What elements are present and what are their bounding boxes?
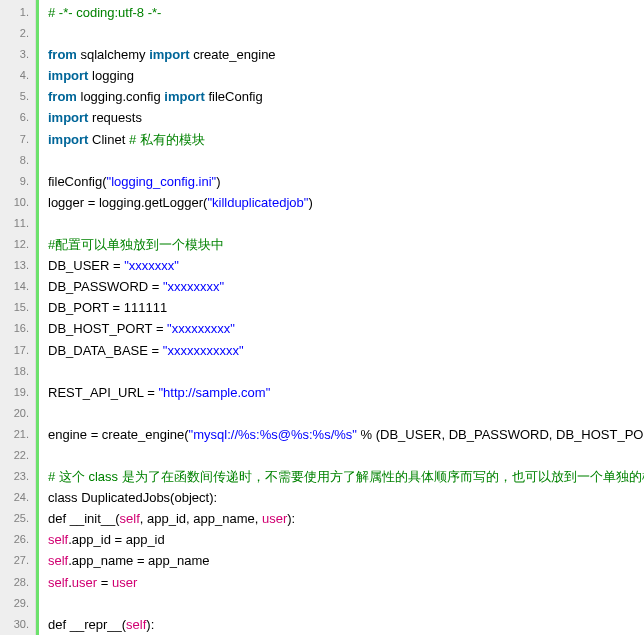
code-line <box>48 213 644 234</box>
code-line: DB_PASSWORD = "xxxxxxxx" <box>48 276 644 297</box>
line-number: 6. <box>0 107 35 128</box>
code-line: DB_PORT = 111111 <box>48 297 644 318</box>
token-str: "xxxxxxx" <box>124 258 179 273</box>
line-number: 4. <box>0 65 35 86</box>
token-id: self <box>48 575 68 590</box>
line-number: 10. <box>0 192 35 213</box>
token-pl: sqlalchemy <box>77 47 149 62</box>
line-number: 22. <box>0 445 35 466</box>
token-pl: % (DB_USER, DB_PASSWORD, DB_HOST_PORT, D… <box>357 427 644 442</box>
line-number: 1. <box>0 2 35 23</box>
code-line: DB_HOST_PORT = "xxxxxxxxx" <box>48 318 644 339</box>
token-pl: logger = logging.getLogger( <box>48 195 207 210</box>
token-id: user <box>72 575 97 590</box>
line-number: 29. <box>0 593 35 614</box>
token-pl: , app_id, app_name, <box>140 511 262 526</box>
line-number: 21. <box>0 424 35 445</box>
line-number: 2. <box>0 23 35 44</box>
token-kw: from <box>48 47 77 62</box>
token-pl: DB_USER = <box>48 258 124 273</box>
code-line <box>48 593 644 614</box>
token-kw: import <box>164 89 204 104</box>
line-number: 7. <box>0 129 35 150</box>
line-number: 13. <box>0 255 35 276</box>
code-line: DB_DATA_BASE = "xxxxxxxxxxx" <box>48 340 644 361</box>
token-kw: import <box>48 132 88 147</box>
code-line: self.user = user <box>48 572 644 593</box>
code-line: def __repr__(self): <box>48 614 644 635</box>
code-line: import Clinet # 私有的模块 <box>48 129 644 150</box>
line-number: 27. <box>0 550 35 571</box>
token-pl: ) <box>216 174 220 189</box>
code-line: import logging <box>48 65 644 86</box>
code-line <box>48 403 644 424</box>
line-number: 14. <box>0 276 35 297</box>
line-number: 8. <box>0 150 35 171</box>
token-pl: REST_API_URL = <box>48 385 158 400</box>
line-number: 15. <box>0 297 35 318</box>
line-number: 17. <box>0 340 35 361</box>
code-line: REST_API_URL = "http://sample.com" <box>48 382 644 403</box>
code-line: def __init__(self, app_id, app_name, use… <box>48 508 644 529</box>
line-number: 16. <box>0 318 35 339</box>
token-pl: def __init__( <box>48 511 120 526</box>
token-pl: ): <box>146 617 154 632</box>
token-id: self <box>120 511 140 526</box>
token-pl: ) <box>308 195 312 210</box>
code-line: DB_USER = "xxxxxxx" <box>48 255 644 276</box>
code-line: fileConfig("logging_config.ini") <box>48 171 644 192</box>
token-str: "mysql://%s:%s@%s:%s/%s" <box>189 427 357 442</box>
token-str: "logging_config.ini" <box>107 174 217 189</box>
token-id: self <box>48 532 68 547</box>
token-pl: ): <box>287 511 295 526</box>
line-number: 11. <box>0 213 35 234</box>
code-line: #配置可以单独放到一个模块中 <box>48 234 644 255</box>
line-number: 12. <box>0 234 35 255</box>
token-cm: # 私有的模块 <box>129 132 205 147</box>
token-pl: fileConfig( <box>48 174 107 189</box>
code-line: import requests <box>48 107 644 128</box>
token-id: user <box>262 511 287 526</box>
token-pl: class DuplicatedJobs(object): <box>48 490 217 505</box>
code-line: self.app_name = app_name <box>48 550 644 571</box>
token-pl: DB_DATA_BASE = <box>48 343 163 358</box>
token-str: "xxxxxxxxxxx" <box>163 343 244 358</box>
token-str: "xxxxxxxx" <box>163 279 224 294</box>
code-line: class DuplicatedJobs(object): <box>48 487 644 508</box>
token-pl: logging.config <box>77 89 164 104</box>
code-line: self.app_id = app_id <box>48 529 644 550</box>
line-number: 28. <box>0 572 35 593</box>
line-number: 5. <box>0 86 35 107</box>
token-pl: .app_id = app_id <box>68 532 165 547</box>
line-number: 25. <box>0 508 35 529</box>
code-line: # 这个 class 是为了在函数间传递时，不需要使用方了解属性的具体顺序而写的… <box>48 466 644 487</box>
token-kw: from <box>48 89 77 104</box>
token-pl: DB_PORT = 111111 <box>48 300 167 315</box>
line-number-gutter: 1.2.3.4.5.6.7.8.9.10.11.12.13.14.15.16.1… <box>0 0 36 635</box>
line-number: 3. <box>0 44 35 65</box>
token-pl: fileConfig <box>205 89 263 104</box>
token-pl: requests <box>88 110 141 125</box>
code-line: from logging.config import fileConfig <box>48 86 644 107</box>
code-line <box>48 23 644 44</box>
token-id: self <box>126 617 146 632</box>
token-pl: DB_PASSWORD = <box>48 279 163 294</box>
code-line: logger = logging.getLogger("killduplicat… <box>48 192 644 213</box>
code-line <box>48 150 644 171</box>
line-number: 30. <box>0 614 35 635</box>
code-line: engine = create_engine("mysql://%s:%s@%s… <box>48 424 644 445</box>
token-cm: # 这个 class 是为了在函数间传递时，不需要使用方了解属性的具体顺序而写的… <box>48 469 644 484</box>
line-number: 24. <box>0 487 35 508</box>
line-number: 18. <box>0 361 35 382</box>
token-id: user <box>112 575 137 590</box>
token-pl: engine = create_engine( <box>48 427 189 442</box>
token-pl: def __repr__( <box>48 617 126 632</box>
token-kw: import <box>48 68 88 83</box>
line-number: 19. <box>0 382 35 403</box>
token-str: "killduplicatedjob" <box>207 195 308 210</box>
token-pl: create_engine <box>190 47 276 62</box>
line-number: 9. <box>0 171 35 192</box>
code-block: 1.2.3.4.5.6.7.8.9.10.11.12.13.14.15.16.1… <box>0 0 644 635</box>
token-cm: #配置可以单独放到一个模块中 <box>48 237 224 252</box>
token-str: "http://sample.com" <box>158 385 270 400</box>
